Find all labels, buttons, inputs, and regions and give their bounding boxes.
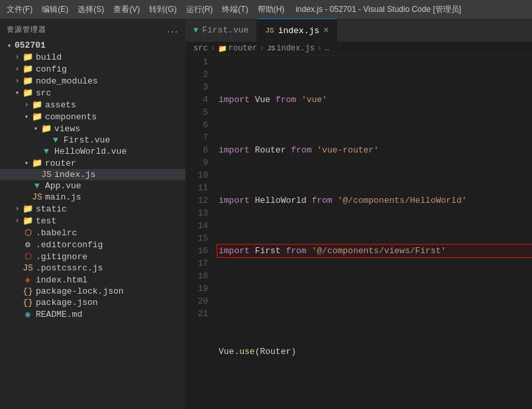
breadcrumb-folder-icon: 📁 xyxy=(218,44,227,53)
editorconfig-label: .editorconfig xyxy=(36,240,103,250)
line-num-4: 4 xyxy=(186,93,208,106)
breadcrumb-indexjs: JSindex.js xyxy=(267,44,315,53)
file-tree: ▾ 052701 › 📁 build › 📁 config › 📁 node_m… xyxy=(0,40,186,409)
menu-run[interactable]: 运行(R) xyxy=(186,4,213,15)
index-html-label: index.html xyxy=(36,275,87,285)
line-num-19: 19 xyxy=(186,282,208,295)
html-icon: ◈ xyxy=(23,274,33,285)
code-line-5 xyxy=(219,295,532,308)
code-editor[interactable]: 1 2 3 4 5 6 7 8 9 10 11 12 13 14 15 16 1… xyxy=(186,56,532,409)
tab-first-vue[interactable]: ▼ First.vue xyxy=(186,19,257,42)
folder-icon: 📁 xyxy=(23,52,33,62)
breadcrumb-js-icon: JS xyxy=(267,45,275,52)
tree-item-gitignore[interactable]: › ⬡ .gitignore xyxy=(0,251,186,263)
line-num-18: 18 xyxy=(186,270,208,282)
code-content[interactable]: import Vue from 'vue' import Router from… xyxy=(213,56,532,409)
tree-root[interactable]: ▾ 052701 xyxy=(0,40,186,51)
config-arrow: › xyxy=(12,66,23,73)
main-js-label: main.js xyxy=(45,192,81,202)
tree-item-assets[interactable]: › 📁 assets xyxy=(0,99,186,111)
editor-area: ▼ First.vue JS index.js × src › 📁router … xyxy=(186,19,532,409)
json-icon: {} xyxy=(23,298,33,308)
js-icon: JS xyxy=(32,192,42,202)
tree-item-readme[interactable]: › ◉ README.md xyxy=(0,308,186,320)
components-arrow: ▾ xyxy=(21,113,32,121)
breadcrumb-src: src xyxy=(193,44,208,53)
sidebar-dots[interactable]: ... xyxy=(167,24,179,34)
line-num-7: 7 xyxy=(186,131,208,144)
breadcrumb: src › 📁router › JSindex.js › … xyxy=(186,42,532,56)
router-label: router xyxy=(45,158,76,168)
tree-item-index-js[interactable]: › JS index.js xyxy=(0,169,186,180)
menu-terminal[interactable]: 终端(T) xyxy=(222,4,248,15)
line-num-8: 8 xyxy=(186,144,208,156)
root-arrow: ▾ xyxy=(4,42,15,50)
tab-vue-icon: ▼ xyxy=(193,26,198,35)
tree-item-app-vue[interactable]: › ▼ App.vue xyxy=(0,180,186,192)
window-title: index.js - 052701 - Visual Studio Code [… xyxy=(295,4,461,15)
src-label: src xyxy=(36,88,51,98)
line-num-2: 2 xyxy=(186,68,208,81)
sidebar: 资源管理器 ... ▾ 052701 › 📁 build › 📁 config xyxy=(0,19,186,409)
node-modules-label: node_modules xyxy=(36,76,98,86)
test-arrow: › xyxy=(12,217,23,225)
tree-item-views[interactable]: ▾ 📁 views xyxy=(0,123,186,135)
tree-item-static[interactable]: › 📁 static xyxy=(0,203,186,215)
app-vue-label: App.vue xyxy=(45,181,81,191)
tab-first-vue-label: First.vue xyxy=(202,25,248,35)
tree-item-editorconfig[interactable]: › ⚙ .editorconfig xyxy=(0,239,186,251)
pkg-lock-label: package-lock.json xyxy=(36,286,124,296)
tab-close-button[interactable]: × xyxy=(323,26,329,35)
tree-item-postcssrc[interactable]: › JS .postcssrc.js xyxy=(0,263,186,274)
tree-item-node-modules[interactable]: › 📁 node_modules xyxy=(0,75,186,87)
node-modules-arrow: › xyxy=(12,78,23,85)
tree-item-helloworld[interactable]: › ▼ HelloWorld.vue xyxy=(0,146,186,157)
folder-icon: 📁 xyxy=(41,123,52,134)
menu-file[interactable]: 文件(F) xyxy=(7,4,32,15)
views-label: views xyxy=(54,124,80,134)
gitignore-label: .gitignore xyxy=(36,252,87,262)
json-icon: {} xyxy=(23,286,33,296)
tab-index-js[interactable]: JS index.js × xyxy=(257,19,337,42)
tree-item-config[interactable]: › 📁 config xyxy=(0,63,186,75)
babelrc-icon: ⬡ xyxy=(23,227,33,238)
menu-help[interactable]: 帮助(H) xyxy=(258,4,285,15)
tree-item-pkg-lock[interactable]: › {} package-lock.json xyxy=(0,286,186,297)
assets-arrow: › xyxy=(21,101,32,109)
tree-item-index-html[interactable]: › ◈ index.html xyxy=(0,274,186,286)
folder-icon: 📁 xyxy=(32,99,42,110)
code-line-4: import First from '@/components/views/Fi… xyxy=(217,245,532,257)
babelrc-label: .babelrc xyxy=(36,228,77,238)
menu-select[interactable]: 选择(S) xyxy=(78,4,104,15)
line-num-17: 17 xyxy=(186,257,208,270)
menu-goto[interactable]: 转到(G) xyxy=(149,4,176,15)
sidebar-header: 资源管理器 ... xyxy=(0,19,186,40)
md-icon: ◉ xyxy=(23,309,33,320)
menu-view[interactable]: 查看(V) xyxy=(113,4,140,15)
static-label: static xyxy=(36,204,67,214)
tree-item-babelrc[interactable]: › ⬡ .babelrc xyxy=(0,227,186,239)
readme-label: README.md xyxy=(36,310,82,320)
folder-icon: 📁 xyxy=(32,158,42,168)
tree-item-src[interactable]: ▾ 📁 src xyxy=(0,87,186,99)
code-line-2: import Router from 'vue-router' xyxy=(219,144,532,156)
line-num-14: 14 xyxy=(186,219,208,232)
test-label: test xyxy=(36,216,56,226)
tree-item-components[interactable]: ▾ 📁 components xyxy=(0,111,186,123)
tree-item-router[interactable]: ▾ 📁 router xyxy=(0,157,186,169)
tree-item-build[interactable]: › 📁 build xyxy=(0,51,186,63)
tree-item-test[interactable]: › 📁 test xyxy=(0,215,186,227)
line-num-10: 10 xyxy=(186,169,208,182)
breadcrumb-sep1: › xyxy=(211,44,215,53)
postcssrc-label: .postcssrc.js xyxy=(36,263,103,273)
line-num-1: 1 xyxy=(186,56,208,68)
index-js-label: index.js xyxy=(54,170,95,180)
js-icon: JS xyxy=(23,263,33,273)
tree-item-main-js[interactable]: › JS main.js xyxy=(0,192,186,203)
menu-edit[interactable]: 编辑(E) xyxy=(42,4,68,15)
menu-bar[interactable]: 文件(F) 编辑(E) 选择(S) 查看(V) 转到(G) 运行(R) 终端(T… xyxy=(7,4,284,15)
line-numbers: 1 2 3 4 5 6 7 8 9 10 11 12 13 14 15 16 1… xyxy=(186,56,213,409)
tree-item-first-vue[interactable]: › ▼ First.vue xyxy=(0,135,186,146)
tree-item-pkg-json[interactable]: › {} package.json xyxy=(0,297,186,308)
views-arrow: ▾ xyxy=(30,125,41,133)
